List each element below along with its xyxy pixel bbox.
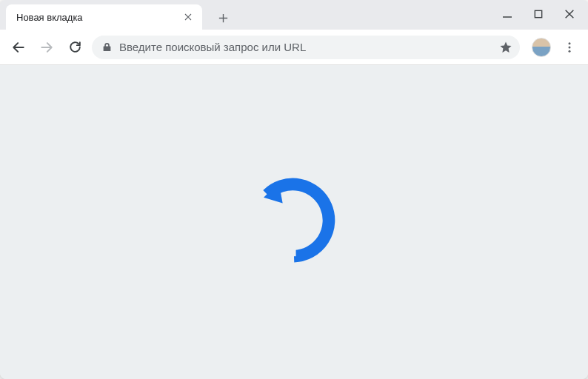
svg-point-3 [569, 50, 571, 52]
forward-button[interactable] [36, 36, 58, 58]
arrow-right-icon [39, 40, 54, 55]
new-tab-button[interactable] [213, 7, 233, 28]
reload-button[interactable] [64, 36, 86, 58]
star-icon [499, 41, 512, 54]
close-icon [564, 8, 575, 20]
profile-avatar[interactable] [532, 38, 551, 57]
tab-title: Новая вкладка [16, 12, 181, 23]
svg-point-2 [569, 46, 571, 48]
toolbar [0, 30, 588, 65]
kebab-icon [563, 41, 576, 54]
tab-strip: Новая вкладка [0, 0, 588, 30]
reload-icon [68, 40, 82, 54]
plus-icon [218, 13, 229, 24]
minimize-button[interactable] [501, 7, 514, 21]
browser-window: Новая вкладка [0, 0, 588, 379]
update-illustration [247, 171, 341, 266]
lock-icon [102, 42, 112, 52]
close-tab-button[interactable] [181, 10, 195, 24]
window-controls [501, 7, 576, 21]
bookmark-button[interactable] [499, 41, 512, 54]
svg-rect-0 [535, 10, 541, 17]
arrow-left-icon [11, 40, 26, 55]
maximize-icon [533, 9, 544, 19]
address-bar[interactable] [92, 36, 520, 59]
back-button[interactable] [7, 36, 30, 58]
svg-point-1 [569, 42, 571, 44]
browser-tab[interactable]: Новая вкладка [6, 4, 202, 30]
close-icon [184, 13, 193, 21]
maximize-button[interactable] [532, 7, 545, 21]
address-input[interactable] [119, 41, 492, 53]
close-window-button[interactable] [563, 7, 576, 21]
page-content [0, 65, 588, 379]
menu-button[interactable] [558, 36, 581, 58]
minimize-icon [501, 8, 513, 20]
